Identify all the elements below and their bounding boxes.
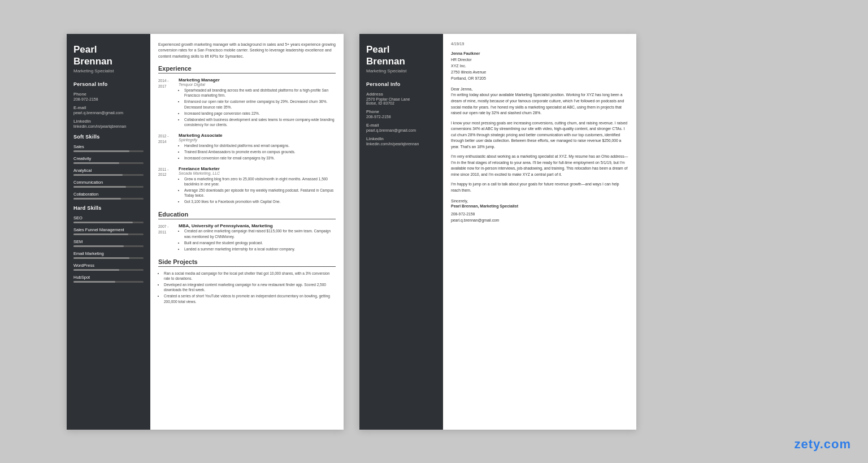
cover-linkedin-label: LinkedIn bbox=[366, 136, 436, 141]
zety-tld: .com bbox=[820, 437, 851, 451]
exp-entry-3: 2011 -2012 Freelance Marketer Secada Mar… bbox=[158, 166, 336, 206]
edu-bullets: Created an online marketing campaign tha… bbox=[179, 228, 336, 252]
skill-bar-fill bbox=[73, 162, 119, 164]
skill-bar-bg bbox=[73, 269, 144, 271]
cover-name-first: Pearl bbox=[366, 44, 436, 55]
skill-item-email-marketing: Email Marketing bbox=[73, 251, 144, 259]
cover-recipient: Jenna Faulkner HR Director XYZ Inc. 2750… bbox=[451, 50, 628, 82]
bullet-item: Collaborated with business development a… bbox=[184, 117, 336, 128]
skill-bar-fill bbox=[73, 186, 126, 188]
exp-entry-2: 2012 -2014 Marketing Associate Spiritegr… bbox=[158, 133, 336, 162]
skill-name: HubSpot bbox=[73, 275, 144, 280]
resume-name-last: Brennan bbox=[73, 56, 144, 67]
skill-bar-bg bbox=[73, 150, 144, 152]
skill-item-creativity: Creativity bbox=[73, 156, 144, 164]
bullet-item: Handled branding for distributed platfor… bbox=[184, 143, 336, 148]
skill-bar-bg bbox=[73, 186, 144, 188]
exp-company: Tenquor Digital bbox=[179, 83, 336, 86]
exp-body: Marketing Associate Spiritegrify Handled… bbox=[179, 133, 336, 161]
skill-bar-bg bbox=[73, 245, 144, 247]
cover-recipient-city: Portland, OR 97205 bbox=[451, 76, 486, 80]
bullet-item: Spearheaded all branding across the web … bbox=[184, 88, 336, 98]
page-wrapper: Pearl Brennan Marketing Specialist Perso… bbox=[67, 34, 801, 430]
bullet-item: Ran a social media ad campaign for the l… bbox=[164, 271, 336, 282]
skill-item-analytical: Analytical bbox=[73, 168, 144, 176]
bullet-item: Landed a summer marketing internship for… bbox=[184, 246, 336, 252]
edu-body: MBA, University of Pennsylvania, Marketi… bbox=[179, 223, 336, 252]
skill-item-hubspot: HubSpot bbox=[73, 275, 144, 283]
skill-bar-fill bbox=[73, 198, 121, 200]
resume-name-first: Pearl bbox=[73, 44, 144, 55]
skill-bar-bg bbox=[73, 233, 144, 235]
cover-recipient-company: XYZ Inc. bbox=[451, 64, 466, 68]
exp-title: Freelance Marketer bbox=[179, 166, 336, 171]
soft-skills-list: Sales Creativity Analytical Communicatio… bbox=[73, 144, 144, 200]
skill-name: Sales bbox=[73, 144, 144, 149]
skill-name: Communication bbox=[73, 180, 144, 185]
skill-bar-bg bbox=[73, 174, 144, 176]
exp-dates: 2014 -2017 bbox=[158, 77, 175, 89]
cover-body: I'm writing today about your available M… bbox=[451, 92, 628, 193]
bullet-item: Increased conversion rate for email camp… bbox=[184, 155, 336, 161]
resume-email-label: E-mail bbox=[73, 105, 144, 110]
resume-personal-info-label: Personal Info bbox=[73, 81, 144, 87]
experience-section-header: Experience bbox=[158, 65, 336, 73]
education-section-header: Education bbox=[158, 211, 336, 219]
cover-linkedin: linkedin.com/in/pearlqbrennan bbox=[366, 142, 436, 146]
cover-personal-info-label: Personal Info bbox=[366, 81, 436, 87]
resume-phone-label: Phone bbox=[73, 92, 144, 97]
side-projects-section-header: Side Projects bbox=[158, 258, 336, 267]
resume-linkedin-label: LinkedIn bbox=[73, 119, 144, 124]
skill-item-collaboration: Collaboration bbox=[73, 192, 144, 200]
skill-name: Sales Funnel Management bbox=[73, 227, 144, 232]
cover-email: pearl.q.brennan@gmail.com bbox=[366, 128, 436, 132]
cover-contact-email: pearl.q.brennan@gmail.com bbox=[451, 218, 628, 224]
skill-bar-fill bbox=[73, 281, 115, 283]
exp-dates: 2012 -2014 bbox=[158, 133, 175, 145]
cover-contact-phone: 208-972-2158 bbox=[451, 211, 628, 218]
side-projects-list: Ran a social media ad campaign for the l… bbox=[158, 271, 336, 305]
skill-bar-fill bbox=[73, 233, 128, 235]
cover-address: 2570 Poplar Chase LaneBoise, ID 83702 bbox=[366, 97, 436, 105]
resume-email: pearl.q.brennan@gmail.com bbox=[73, 111, 144, 115]
bullet-item: Got 3,100 likes for a Facebook promotion… bbox=[184, 199, 336, 204]
resume-main-content: Experienced growth marketing manager wit… bbox=[150, 34, 344, 430]
cover-name-last: Brennan bbox=[366, 56, 436, 67]
skill-name: Analytical bbox=[73, 168, 144, 173]
cover-letter-document: Pearl Brennan Marketing Specialist Perso… bbox=[359, 34, 636, 430]
exp-bullets: Spearheaded all branding across the web … bbox=[179, 88, 336, 127]
skill-item-communication: Communication bbox=[73, 180, 144, 188]
cover-closing: Sincerely, bbox=[451, 199, 628, 203]
skill-name: SEM bbox=[73, 239, 144, 244]
cover-main-content: 4/19/19 Jenna Faulkner HR Director XYZ I… bbox=[443, 34, 636, 430]
edu-entry-1: 2007 -2011 MBA, University of Pennsylvan… bbox=[158, 223, 336, 252]
exp-bullets: Grew a marketing blog from zero to 25,00… bbox=[179, 176, 336, 205]
bullet-item: Created a series of short YouTube videos… bbox=[164, 293, 336, 304]
exp-company: Spiritegrify bbox=[179, 138, 336, 142]
resume-job-title: Marketing Specialist bbox=[73, 68, 144, 73]
bullet-item: Created an online marketing campaign tha… bbox=[184, 228, 336, 239]
exp-title: Marketing Associate bbox=[179, 133, 336, 138]
resume-hard-skills-label: Hard Skills bbox=[73, 205, 144, 211]
exp-company: Secada Marketing, LLC bbox=[179, 171, 336, 175]
bullet-item: Grew a marketing blog from zero to 25,00… bbox=[184, 176, 336, 187]
skill-bar-fill bbox=[73, 174, 123, 176]
exp-entry-1: 2014 -2017 Marketing Manager Tenquor Dig… bbox=[158, 77, 336, 128]
skill-bar-bg bbox=[73, 257, 144, 259]
zety-branding: zety.com bbox=[794, 437, 851, 452]
cover-phone-label: Phone bbox=[366, 109, 436, 114]
skill-bar-fill bbox=[73, 150, 129, 152]
cover-salutation: Dear Jenna, bbox=[451, 87, 628, 91]
skill-bar-fill bbox=[73, 245, 124, 247]
edu-dates: 2007 -2011 bbox=[158, 223, 175, 235]
cover-phone: 208-972-2158 bbox=[366, 115, 436, 119]
cover-paragraph-4: I'm happy to jump on a call to talk abou… bbox=[451, 181, 628, 193]
cover-sidebar: Pearl Brennan Marketing Specialist Perso… bbox=[359, 34, 443, 430]
skill-bar-bg bbox=[73, 281, 144, 283]
cover-signature: Pearl Brennan, Marketing Specialist bbox=[451, 204, 628, 208]
cover-recipient-name: Jenna Faulkner bbox=[451, 51, 480, 55]
cover-email-label: E-mail bbox=[366, 123, 436, 128]
bullet-item: Developed an integrated content marketin… bbox=[164, 282, 336, 293]
skill-bar-bg bbox=[73, 198, 144, 200]
exp-dates: 2011 -2012 bbox=[158, 166, 175, 178]
